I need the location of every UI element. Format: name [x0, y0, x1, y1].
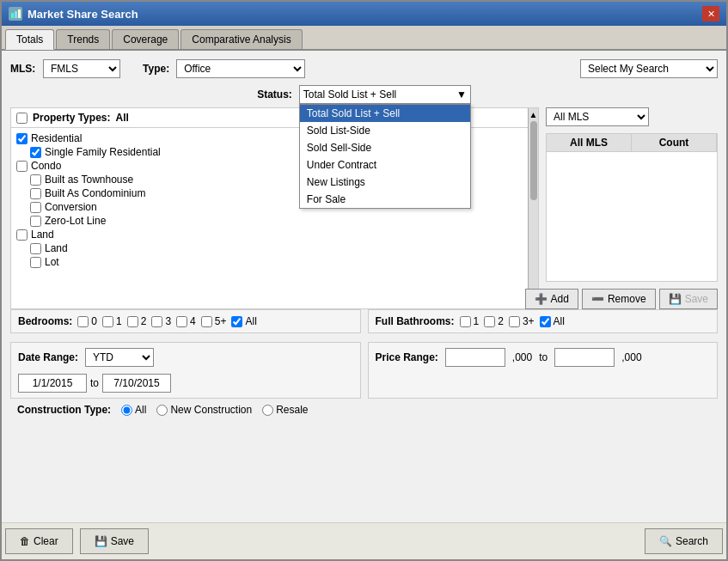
close-button[interactable]: ✕: [702, 6, 719, 21]
all-mls-select[interactable]: All MLS FMLS Only: [546, 107, 649, 126]
col-all-mls: All MLS: [547, 134, 632, 151]
status-dropdown-menu: Total Sold List + Sell Sold List-Side So…: [299, 104, 471, 209]
search-button[interactable]: 🔍 Search: [645, 528, 723, 554]
construction-row: Construction Type: All New Construction …: [10, 399, 718, 421]
tab-totals[interactable]: Totals: [5, 29, 54, 50]
date-from-input[interactable]: [18, 374, 87, 393]
status-option-1[interactable]: Sold List-Side: [300, 122, 470, 139]
prop-zerolot-label: Zero-Lot Line: [45, 215, 106, 227]
status-option-5[interactable]: For Sale: [300, 191, 470, 208]
bathrooms-section: Full Bathrooms: 1 2 3+ All: [368, 309, 719, 333]
construction-resale-radio[interactable]: [262, 405, 273, 416]
property-types-label: Property Types:: [33, 112, 110, 124]
bed-all-checkbox[interactable]: [231, 316, 242, 327]
bath-2-label: 2: [484, 315, 504, 327]
date-range-header: Date Range: YTD Last 30 Days Last 90 Day…: [18, 348, 353, 367]
bath-2-checkbox[interactable]: [484, 316, 495, 327]
prop-condo-checkbox[interactable]: [16, 161, 28, 172]
clear-button[interactable]: 🗑 Clear: [5, 528, 73, 554]
content-area: MLS: FMLS GAMLS Type: Office Agent Compa…: [2, 51, 726, 522]
bed-0-label: 0: [77, 315, 97, 327]
prop-zerolot-checkbox[interactable]: [30, 216, 41, 227]
date-range-box: Date Range: YTD Last 30 Days Last 90 Day…: [10, 342, 361, 399]
price-to-label: to: [539, 351, 548, 363]
save-table-label: Save: [685, 293, 708, 305]
tab-comparative-analysis[interactable]: Comparative Analysis: [180, 29, 302, 49]
bed-1-label: 1: [102, 315, 122, 327]
prop-sfr-label: Single Family Residential: [45, 146, 161, 158]
bed-2-label: 2: [127, 315, 147, 327]
save-button[interactable]: 💾 Save: [80, 528, 149, 554]
bed-0-checkbox[interactable]: [77, 316, 89, 327]
prop-residential-checkbox[interactable]: [16, 133, 28, 144]
bath-1-checkbox[interactable]: [460, 316, 471, 327]
prop-land2: Land: [16, 241, 523, 255]
prop-lot-checkbox[interactable]: [30, 257, 41, 268]
bed-1-checkbox[interactable]: [102, 316, 113, 327]
status-dropdown-container: Total Sold List + Sell ▼ Total Sold List…: [299, 85, 471, 104]
right-panel: All MLS FMLS Only All MLS Count ➕ Add: [546, 107, 718, 309]
main-window: Market Share Search ✕ Totals Trends Cove…: [0, 0, 728, 561]
tab-coverage[interactable]: Coverage: [112, 29, 179, 49]
status-select-button[interactable]: Total Sold List + Sell ▼: [299, 85, 471, 104]
bed-4-checkbox[interactable]: [176, 316, 187, 327]
date-range-label: Date Range:: [18, 351, 78, 363]
svg-rect-1: [15, 11, 17, 18]
save-table-button[interactable]: 💾 Save: [659, 289, 718, 309]
mls-select[interactable]: FMLS GAMLS: [43, 59, 120, 78]
construction-resale-label: Resale: [262, 404, 308, 416]
date-period-select[interactable]: YTD Last 30 Days Last 90 Days Custom: [85, 348, 154, 367]
remove-label: Remove: [608, 293, 646, 305]
status-option-0[interactable]: Total Sold List + Sell: [300, 105, 470, 122]
price-range-label: Price Range:: [376, 351, 438, 363]
price-from-input[interactable]: [445, 348, 505, 367]
property-list-scrollbar[interactable]: ▲ ▼: [528, 108, 538, 308]
date-inputs-row: to: [18, 374, 353, 393]
mls-right-area: All MLS FMLS Only: [546, 107, 718, 126]
bed-5plus-checkbox[interactable]: [201, 316, 212, 327]
bed-3-label: 3: [151, 315, 171, 327]
price-to-input[interactable]: [554, 348, 615, 367]
prop-land-checkbox[interactable]: [16, 229, 28, 241]
remove-button[interactable]: ➖ Remove: [582, 289, 656, 309]
date-to-input[interactable]: [102, 374, 171, 393]
construction-all-radio[interactable]: [121, 405, 132, 416]
prop-land2-checkbox[interactable]: [30, 243, 41, 254]
status-option-4[interactable]: New Listings: [300, 174, 470, 191]
search-select[interactable]: Select My Search Saved Search 1: [580, 59, 718, 78]
prop-condo-label: Condo: [31, 160, 61, 172]
remove-icon: ➖: [591, 293, 604, 305]
window-title: Market Share Search: [28, 8, 138, 21]
bed-2-checkbox[interactable]: [127, 316, 138, 327]
scrollbar-thumb[interactable]: [530, 121, 537, 200]
bed-3-checkbox[interactable]: [151, 316, 162, 327]
bath-3plus-checkbox[interactable]: [509, 316, 520, 327]
prop-lot: Lot: [16, 255, 523, 269]
prop-townhouse-checkbox[interactable]: [30, 174, 41, 186]
bath-all-checkbox[interactable]: [540, 316, 551, 327]
date-price-section: Date Range: YTD Last 30 Days Last 90 Day…: [10, 342, 718, 399]
type-select[interactable]: Office Agent Company: [176, 59, 305, 78]
price-range-box: Price Range: ,000 to ,000: [368, 342, 719, 399]
add-button[interactable]: ➕ Add: [525, 289, 578, 309]
bath-3plus-label: 3+: [509, 315, 535, 327]
all-property-types-checkbox[interactable]: [16, 113, 28, 124]
prop-condominium-label: Built As Condominium: [45, 187, 145, 199]
prop-conversion-checkbox[interactable]: [30, 202, 41, 213]
bedrooms-label: Bedrooms:: [18, 315, 72, 327]
construction-new-radio[interactable]: [156, 405, 168, 416]
tab-bar: Totals Trends Coverage Comparative Analy…: [2, 26, 726, 51]
prop-sfr-checkbox[interactable]: [30, 147, 41, 158]
construction-resale-text: Resale: [276, 404, 308, 416]
type-label: Type:: [143, 63, 169, 75]
prop-condominium-checkbox[interactable]: [30, 188, 41, 199]
status-option-2[interactable]: Sold Sell-Side: [300, 139, 470, 156]
status-option-3[interactable]: Under Contract: [300, 156, 470, 174]
title-bar: Market Share Search ✕: [2, 2, 726, 26]
tab-trends[interactable]: Trends: [56, 29, 110, 49]
bath-all-label: All: [540, 315, 565, 327]
footer-left: 🗑 Clear 💾 Save: [5, 528, 149, 554]
prop-conversion-label: Conversion: [45, 201, 97, 213]
mls-label: MLS:: [10, 63, 36, 75]
results-table: All MLS Count: [546, 133, 718, 282]
